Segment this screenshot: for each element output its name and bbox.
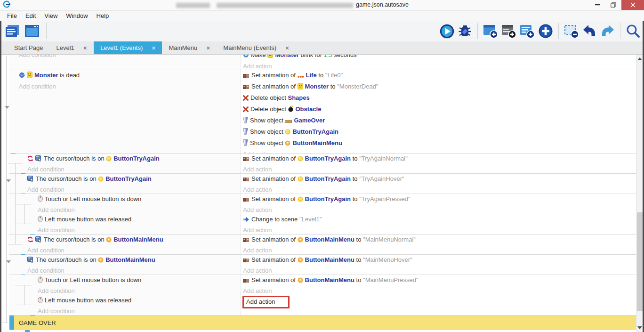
action-line[interactable]: Delete object Obstacle (243, 104, 636, 115)
add-action-link[interactable]: Add action (243, 286, 636, 296)
scroll-up-icon[interactable] (637, 57, 642, 60)
action-line[interactable]: Delete object Shapes (243, 93, 636, 104)
add-action-link-highlighted[interactable]: Add action (242, 296, 290, 308)
add-condition-link[interactable]: Add condition (38, 306, 241, 316)
add-condition-link[interactable]: Add condition (19, 81, 241, 92)
add-condition-link[interactable]: Add condition (27, 185, 241, 194)
undo-icon[interactable] (582, 24, 597, 38)
add-condition-link[interactable]: Add condition (19, 55, 241, 60)
add-action-link[interactable]: Add action (243, 185, 636, 194)
scroll-down-icon[interactable] (637, 326, 642, 329)
scrollbar-thumb[interactable] (637, 212, 643, 311)
project-manager-icon[interactable] (5, 24, 20, 38)
menu-file[interactable]: File (3, 11, 21, 20)
action-text: Show object (250, 139, 285, 146)
add-other-event-icon[interactable] (538, 24, 553, 39)
action-line[interactable]: Set animation of Monster to "MonsterDead… (243, 81, 636, 93)
menu-view[interactable]: View (40, 11, 62, 20)
action-text: Set animation of (251, 236, 298, 243)
add-action-link[interactable]: Add action (243, 225, 636, 235)
add-action-link[interactable]: Add action (243, 61, 636, 70)
search-icon[interactable] (626, 24, 640, 39)
comment-row: GAME OVER (9, 316, 636, 330)
action-line[interactable]: Set animation of ButtonMainMenu to "Main… (243, 255, 636, 266)
action-line[interactable]: Set animation of ButtonTryAgain to "TryA… (243, 194, 636, 205)
add-sub-event-icon[interactable] (501, 24, 516, 39)
condition-line[interactable]: The cursor/touch is on ButtonTryAgain (27, 174, 241, 185)
tab-close-icon[interactable]: × (152, 44, 155, 52)
action-line[interactable]: Set animation of ButtonTryAgain to "TryA… (243, 154, 636, 164)
tab-mainmenu[interactable]: MainMenu× (162, 41, 217, 54)
button-tryagain-object-icon (298, 154, 303, 164)
toolbar-separator (558, 23, 559, 39)
condition-line[interactable]: Left mouse button was released (38, 295, 241, 306)
collapse-arrow-icon[interactable] (6, 179, 11, 182)
collapse-arrow-icon[interactable] (5, 106, 9, 109)
condition-line[interactable]: Monster is dead (19, 70, 241, 81)
action-line[interactable]: Show object ButtonMainMenu (243, 138, 636, 149)
add-condition-link[interactable]: Add condition (38, 205, 241, 215)
tab-start-page[interactable]: Start Page (8, 41, 49, 54)
tree-rail (6, 56, 7, 323)
add-action-link[interactable]: Add action (243, 164, 636, 174)
debug-icon[interactable] (458, 24, 472, 39)
tab-close-icon[interactable]: × (83, 44, 87, 52)
cursor-on-object-icon (27, 175, 34, 185)
tab-level1-events[interactable]: Level1 (Events)× (94, 41, 162, 54)
condition-line[interactable]: The cursor/touch is on ButtonMainMenu (27, 255, 241, 266)
close-button[interactable] (621, 0, 644, 10)
minimize-button[interactable] (589, 0, 605, 10)
event-row-mouse-down-mainmenu: Touch or Left mouse button is down Add c… (9, 275, 636, 295)
action-line[interactable]: Set animation of ButtonTryAgain to "TryA… (243, 174, 636, 185)
condition-line[interactable]: Touch or Left mouse button is down (38, 194, 241, 205)
remove-selection-icon[interactable] (564, 24, 579, 39)
add-condition-link[interactable]: Add condition (27, 164, 241, 174)
vertical-scrollbar[interactable] (636, 55, 643, 332)
button-tryagain-object-icon (106, 154, 112, 164)
comment-event[interactable]: GAME OVER (14, 316, 636, 330)
event-indent-bar (25, 330, 30, 332)
action-line[interactable]: Set animation of ButtonMainMenu to "Main… (243, 275, 636, 286)
condition-line[interactable]: Left mouse button was released (38, 214, 241, 225)
monster-object-icon (27, 71, 32, 81)
collapse-arrow-icon[interactable] (6, 260, 11, 263)
add-condition-link[interactable]: Add condition (38, 225, 241, 235)
event-row-mouse-released-tryagain: Left mouse button was released Add condi… (9, 214, 636, 235)
button-mainmenu-object-icon (285, 139, 290, 149)
action-line[interactable]: Show object ButtonTryAgain (243, 127, 636, 138)
action-line[interactable]: Set animation of Life to "Life0" (243, 70, 636, 81)
monster-object-icon (267, 55, 273, 61)
action-text: Set animation of (251, 83, 298, 90)
add-action-link[interactable]: Add action (243, 266, 636, 275)
action-line[interactable]: Make Monster blink for 1.5 seconds (243, 55, 636, 61)
action-line[interactable]: Set animation of ButtonMainMenu to "Main… (243, 235, 636, 245)
add-action-link[interactable]: Add action (243, 245, 636, 255)
restore-button[interactable] (605, 0, 621, 10)
add-condition-link[interactable]: Add condition (27, 245, 241, 255)
tab-level1[interactable]: Level1× (49, 41, 94, 54)
condition-line[interactable]: The cursor/touch is on ButtonTryAgain (27, 154, 241, 164)
tab-close-icon[interactable]: × (285, 44, 289, 52)
add-event-icon[interactable] (483, 24, 498, 39)
menu-window[interactable]: Window (62, 11, 92, 20)
add-comment-icon[interactable] (520, 24, 535, 39)
tab-close-icon[interactable]: × (206, 44, 210, 52)
scene-editor-icon[interactable] (24, 24, 40, 38)
action-line[interactable]: Change to scene "Level1" (243, 214, 636, 225)
action-line[interactable]: Show object GameOver (243, 115, 636, 127)
redo-icon[interactable] (600, 24, 615, 38)
add-action-link[interactable]: Add action (243, 205, 636, 215)
add-condition-link[interactable]: Add condition (27, 266, 241, 275)
condition-line[interactable]: Touch or Left mouse button is down (38, 275, 241, 286)
condition-line[interactable]: The cursor/touch is on ButtonMainMenu (27, 235, 241, 245)
redacted-title-text (176, 3, 210, 8)
preview-play-icon[interactable] (440, 24, 454, 39)
add-condition-link[interactable]: Add condition (38, 286, 241, 296)
menu-edit[interactable]: Edit (21, 11, 40, 20)
tab-mainmenu-events[interactable]: MainMenu (Events)× (217, 41, 296, 54)
action-text: to (351, 175, 359, 182)
set-animation-icon (243, 256, 250, 266)
menu-help[interactable]: Help (92, 11, 113, 20)
button-mainmenu-object-icon (106, 235, 112, 245)
button-tryagain-object-icon (98, 175, 104, 185)
